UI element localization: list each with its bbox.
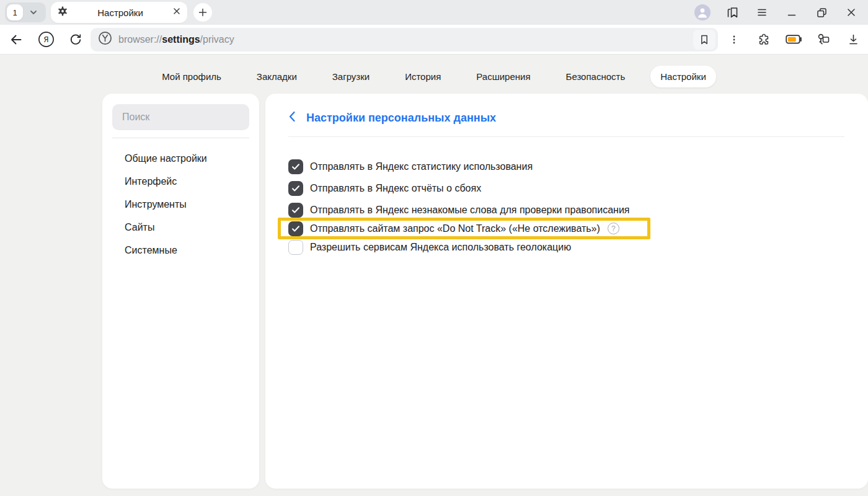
checkbox-row-crash-reports[interactable]: Отправлять в Яндекс отчёты о сбоях <box>288 177 844 199</box>
checkbox-spellcheck-words[interactable] <box>288 203 303 218</box>
minimize-button[interactable] <box>777 0 807 25</box>
browser-tab[interactable]: Настройки <box>51 2 187 23</box>
checkbox-label: Отправлять в Яндекс отчёты о сбоях <box>310 183 481 194</box>
yandex-logo-icon[interactable]: Я <box>31 25 61 55</box>
back-icon[interactable] <box>1 25 31 55</box>
panel-header: Настройки персональных данных <box>288 111 844 125</box>
search-input[interactable] <box>112 104 249 130</box>
bookmarks-panel-icon[interactable] <box>717 0 747 25</box>
gear-icon <box>57 6 68 19</box>
nav-tab-settings[interactable]: Настройки <box>650 66 716 87</box>
site-badge-icon[interactable] <box>98 31 112 48</box>
checkbox-label: Разрешить сервисам Яндекса использовать … <box>310 242 571 253</box>
settings-layout: Общие настройки Интерфейс Инструменты Са… <box>102 94 868 489</box>
restore-button[interactable] <box>807 0 836 25</box>
checkbox-geolocation[interactable] <box>288 240 303 255</box>
sidebar-list: Общие настройки Интерфейс Инструменты Са… <box>112 138 249 262</box>
url-text[interactable]: browser://settings/privacy <box>118 34 693 45</box>
downloads-icon[interactable] <box>838 25 868 55</box>
close-window-button[interactable] <box>836 0 866 25</box>
checkbox-label: Отправлять в Яндекс незнакомые слова для… <box>310 205 629 216</box>
sidebar-item-sites[interactable]: Сайты <box>125 216 249 239</box>
settings-nav-tabs: Мой профиль Закладки Загрузки История Ра… <box>0 55 868 94</box>
settings-sidebar: Общие настройки Интерфейс Инструменты Са… <box>102 94 259 489</box>
menu-icon[interactable] <box>747 0 777 25</box>
tab-strip: 1 Настройки <box>0 0 868 25</box>
chevron-down-icon[interactable] <box>23 8 44 17</box>
kebab-menu-icon[interactable] <box>719 25 749 55</box>
sidebar-item-interface[interactable]: Интерфейс <box>125 170 249 193</box>
help-glyph: ? <box>611 224 616 233</box>
nav-tab-downloads[interactable]: Загрузки <box>322 66 379 87</box>
page-title: Настройки персональных данных <box>306 112 496 125</box>
help-icon[interactable]: ? <box>608 223 619 234</box>
nav-tab-history[interactable]: История <box>395 66 451 87</box>
checkbox-do-not-track[interactable] <box>288 221 303 236</box>
checkbox-crash-reports[interactable] <box>288 181 303 196</box>
checkbox-label: Отправлять сайтам запрос «Do Not Track» … <box>310 223 600 234</box>
checkbox-usage-stats[interactable] <box>288 159 303 174</box>
nav-tab-bookmarks[interactable]: Закладки <box>247 66 307 87</box>
settings-page: Мой профиль Закладки Загрузки История Ра… <box>0 55 868 496</box>
nav-tab-profile[interactable]: Мой профиль <box>152 66 231 87</box>
header-divider <box>288 136 844 137</box>
tab-close-icon[interactable] <box>172 7 181 18</box>
sidebar-item-tools[interactable]: Инструменты <box>125 193 249 216</box>
svg-text:Я: Я <box>43 35 48 44</box>
protect-keys-icon[interactable] <box>808 25 838 55</box>
nav-tab-extensions[interactable]: Расширения <box>466 66 540 87</box>
checkbox-row-usage-stats[interactable]: Отправлять в Яндекс статистику использов… <box>288 156 844 177</box>
battery-icon[interactable] <box>779 25 808 55</box>
bookmark-icon[interactable] <box>693 30 715 50</box>
profile-avatar[interactable] <box>688 0 717 25</box>
personal-data-panel: Настройки персональных данных Отправлять… <box>265 94 868 489</box>
new-tab-button[interactable] <box>193 3 212 22</box>
tab-group[interactable]: 1 <box>5 2 46 22</box>
address-bar[interactable]: browser://settings/privacy <box>91 28 718 51</box>
nav-tab-security[interactable]: Безопасность <box>556 66 636 87</box>
extensions-icon[interactable] <box>749 25 779 55</box>
checkbox-label: Отправлять в Яндекс статистику использов… <box>310 161 533 172</box>
checkbox-list: Отправлять в Яндекс статистику использов… <box>288 156 844 258</box>
tab-counter[interactable]: 1 <box>7 4 23 20</box>
sidebar-item-system[interactable]: Системные <box>125 239 249 262</box>
browser-window: 1 Настройки <box>0 0 868 496</box>
tab-title: Настройки <box>68 7 172 18</box>
refresh-icon[interactable] <box>61 25 91 55</box>
checkbox-row-geolocation[interactable]: Разрешить сервисам Яндекса использовать … <box>288 236 844 258</box>
back-chevron-icon[interactable] <box>288 111 296 125</box>
toolbar: Я browser://settings/privacy <box>0 25 868 55</box>
sidebar-item-general[interactable]: Общие настройки <box>125 147 249 170</box>
